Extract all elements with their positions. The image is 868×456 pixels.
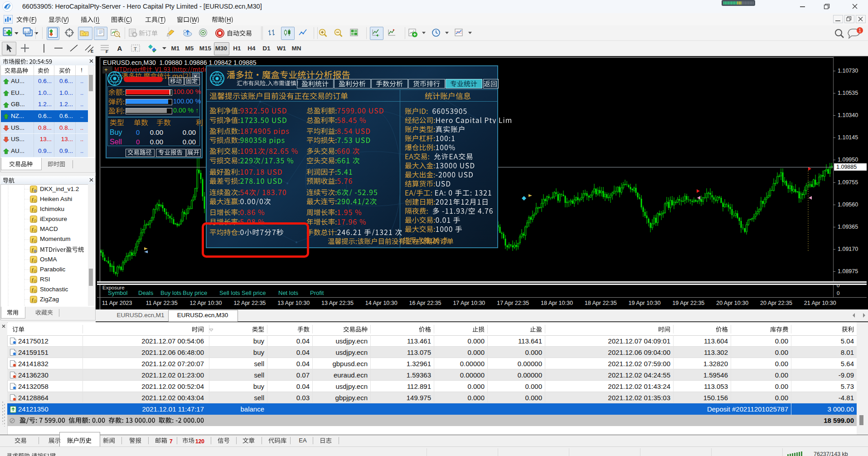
svg-text:T: T — [134, 46, 137, 51]
svg-text:E: E — [91, 49, 93, 54]
svg-text:1: 1 — [858, 28, 861, 33]
svg-text:F: F — [106, 49, 108, 54]
